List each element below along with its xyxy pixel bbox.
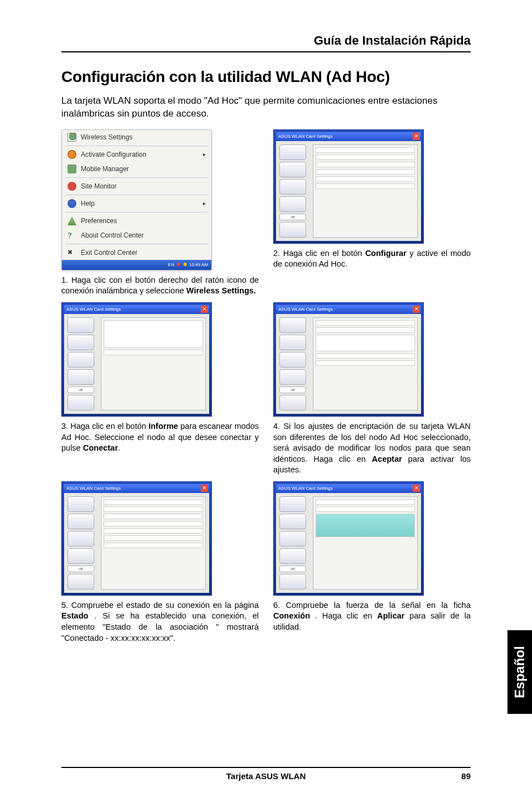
screenshot-4-encryption-dialog: ASUS WLAN Card Settings dB: [273, 302, 424, 417]
menu-title-row: Wireless Settings: [62, 130, 211, 144]
dialog-sidebar: dB: [279, 144, 311, 238]
info-icon: [67, 231, 76, 240]
page-number: 89: [461, 771, 471, 781]
sidebar-button: [67, 548, 94, 564]
step-bold: Informe: [148, 422, 178, 431]
dialog-content: [313, 144, 418, 238]
sidebar-button: [67, 496, 94, 512]
status-row: [104, 514, 203, 519]
dialog-titlebar: ASUS WLAN Card Settings: [276, 484, 421, 493]
step-5-caption: 5. Compruebe el estado de su conexión en…: [61, 600, 259, 644]
step-text: Haga clic en el botón: [283, 249, 365, 258]
menu-title: Wireless Settings: [81, 133, 133, 141]
document-page: Guía de Instalación Rápida Configuración…: [0, 0, 532, 802]
menu-item-label: Mobile Manager: [81, 165, 129, 173]
menu-item-label: About Control Center: [81, 231, 144, 239]
form-row: [316, 147, 415, 153]
col-right: ASUS WLAN Card Settings dB: [273, 129, 471, 302]
menu-item: Exit Control Center: [62, 245, 211, 260]
step-bold: Estado: [61, 611, 88, 620]
footer: Tarjeta ASUS WLAN 89: [61, 767, 471, 781]
step-text: Compruebe el estado de su conexión en la…: [71, 601, 259, 610]
form-row: [316, 183, 415, 189]
intro-text: La tarjeta WLAN soporta el modo "Ad Hoc"…: [61, 95, 471, 120]
screenshot-1-context-menu: Wireless Settings Activate Configuration…: [61, 129, 212, 270]
dialog-content: [313, 317, 418, 410]
dialog-body: dB: [276, 314, 421, 414]
form-row: [316, 353, 415, 359]
screenshot-5-status-dialog: ASUS WLAN Card Settings dB: [61, 481, 212, 596]
step-number: 6.: [273, 601, 280, 610]
dialog-titlebar: ASUS WLAN Card Settings: [64, 305, 209, 314]
dialog-content: [313, 496, 418, 590]
step-text: .: [118, 443, 120, 452]
step-text: Haga clic en el botón: [70, 422, 148, 431]
tray-lang: EN: [168, 262, 174, 267]
form-row: [316, 162, 415, 167]
col-left: Wireless Settings Activate Configuration…: [61, 129, 259, 302]
col-right: ASUS WLAN Card Settings dB: [273, 481, 471, 649]
menu-item: Activate Configuration: [62, 147, 211, 162]
sidebar-button: [67, 352, 94, 368]
sidebar-button: [279, 222, 306, 238]
sidebar-button: [67, 531, 94, 547]
step-number: 2.: [273, 249, 280, 258]
sidebar-label: dB: [67, 566, 94, 572]
step-text: Compruebe la fuerza de la señal en la fi…: [286, 601, 471, 610]
status-row: [104, 528, 203, 534]
status-row: [104, 543, 203, 548]
step-6-caption: 6. Compruebe la fuerza de la señal en la…: [273, 600, 471, 633]
dialog-body: dB: [64, 493, 209, 593]
sidebar-button: [279, 144, 306, 160]
sidebar-button: [279, 317, 306, 333]
step-bold: Aceptar: [372, 455, 402, 463]
step-number: 5.: [61, 601, 68, 610]
screenshot-6-connection-dialog: ASUS WLAN Card Settings dB: [273, 481, 424, 596]
sidebar-button: [67, 369, 94, 385]
step-bold: Wireless Settings.: [186, 286, 256, 295]
step-number: 4.: [273, 422, 280, 431]
menu-item: Site Monitor: [62, 179, 211, 194]
menu-item-label: Activate Configuration: [81, 151, 146, 158]
status-row: [104, 521, 203, 526]
sidebar-button: [279, 395, 306, 410]
language-label: Español: [512, 646, 528, 698]
sidebar-button: [279, 574, 306, 590]
menu-separator: [65, 212, 208, 212]
col-left: ASUS WLAN Card Settings dB: [61, 481, 259, 649]
language-side-tab: Español: [507, 630, 532, 714]
step-bold: Conexión: [273, 611, 310, 620]
form-row: [316, 360, 415, 366]
dialog-sidebar: dB: [279, 496, 311, 590]
dialog-content: [101, 317, 206, 410]
key-block: [316, 335, 415, 351]
sidebar-button: [67, 514, 94, 529]
mobile-icon: [67, 165, 76, 173]
menu-item-label: Exit Control Center: [81, 249, 137, 257]
status-row: [104, 506, 203, 512]
screenshot-2-config-dialog: ASUS WLAN Card Settings dB: [273, 129, 424, 244]
row-3: ASUS WLAN Card Settings dB: [61, 481, 471, 649]
menu-item-label: Preferences: [81, 217, 117, 225]
form-row: [316, 327, 415, 333]
col-right: ASUS WLAN Card Settings dB: [273, 302, 471, 481]
step-number: 3.: [61, 422, 68, 431]
sidebar-button: [279, 514, 306, 529]
step-3-caption: 3. Haga clic en el botón Informe para es…: [61, 421, 259, 454]
dialog-titlebar: ASUS WLAN Card Settings: [64, 484, 209, 493]
step-4-caption: 4. Si los ajustes de encriptación de su …: [273, 421, 471, 476]
menu-separator: [65, 244, 208, 244]
form-row: [316, 154, 415, 160]
dialog-content: [101, 496, 206, 590]
dialog-sidebar: dB: [279, 317, 311, 410]
taskbar-tray: EN 10:49 AM: [62, 260, 211, 270]
form-row: [316, 176, 415, 182]
menu-item: Help: [62, 196, 211, 211]
dialog-sidebar: dB: [67, 496, 99, 590]
wireless-icon: [67, 133, 76, 142]
sidebar-label: dB: [279, 214, 306, 220]
tray-dot-icon: [183, 263, 187, 266]
dialog-titlebar: ASUS WLAN Card Settings: [276, 132, 421, 141]
step-text: . Haga clic en: [315, 611, 377, 620]
sidebar-button: [279, 496, 306, 512]
